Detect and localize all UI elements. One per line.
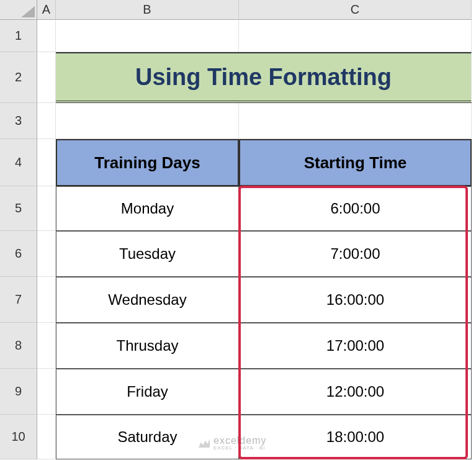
cell-c1[interactable] [239,20,472,52]
cell-a4[interactable] [37,139,56,186]
cell-b1[interactable] [56,20,239,52]
col-header-a[interactable]: A [37,0,56,20]
column-header-row: A B C [0,0,476,20]
cell-day-4[interactable]: Friday [56,369,239,415]
cell-a10[interactable] [37,415,56,459]
cell-a7[interactable] [37,277,56,323]
row-header-5[interactable]: 5 [0,186,37,231]
cell-day-5[interactable]: Saturday [56,415,239,459]
row-header-2[interactable]: 2 [0,52,37,103]
cell-a9[interactable] [37,369,56,415]
cell-time-3[interactable]: 17:00:00 [239,323,472,369]
cell-a8[interactable] [37,323,56,369]
cell-time-0[interactable]: 6:00:00 [239,186,472,231]
cell-a1[interactable] [37,20,56,52]
cell-time-4[interactable]: 12:00:00 [239,369,472,415]
cell-a6[interactable] [37,231,56,277]
header-time[interactable]: Starting Time [239,139,472,186]
row-header-4[interactable]: 4 [0,139,37,186]
cell-time-1[interactable]: 7:00:00 [239,231,472,277]
cell-day-3[interactable]: Thrusday [56,323,239,369]
cell-a3[interactable] [37,103,56,139]
header-days[interactable]: Training Days [56,139,239,186]
col-header-c[interactable]: C [239,0,472,20]
row-header-3[interactable]: 3 [0,103,37,139]
cell-day-2[interactable]: Wednesday [56,277,239,323]
cell-a2[interactable] [37,52,56,103]
col-header-b[interactable]: B [56,0,239,20]
cell-b3[interactable] [56,103,239,139]
cell-day-1[interactable]: Tuesday [56,231,239,277]
cell-time-2[interactable]: 16:00:00 [239,277,472,323]
cell-c3[interactable] [239,103,472,139]
select-all-icon [21,6,35,17]
cell-day-0[interactable]: Monday [56,186,239,231]
row-header-10[interactable]: 10 [0,415,37,459]
title-cell[interactable]: Using Time Formatting [56,52,472,103]
cell-time-5[interactable]: 18:00:00 [239,415,472,459]
cell-a5[interactable] [37,186,56,231]
row-header-1[interactable]: 1 [0,20,37,52]
select-all-corner[interactable] [0,0,37,20]
row-header-8[interactable]: 8 [0,323,37,369]
row-header-6[interactable]: 6 [0,231,37,277]
row-header-7[interactable]: 7 [0,277,37,323]
row-header-9[interactable]: 9 [0,369,37,415]
